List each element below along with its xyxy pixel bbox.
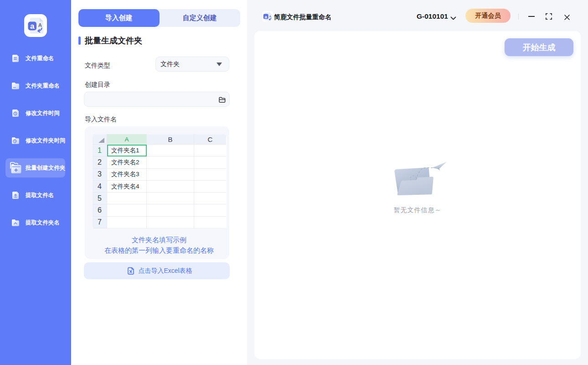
svg-text:A: A	[269, 15, 272, 18]
svg-text:A: A	[38, 22, 42, 28]
svg-text:a: a	[30, 22, 35, 31]
svg-text:a: a	[265, 14, 268, 19]
